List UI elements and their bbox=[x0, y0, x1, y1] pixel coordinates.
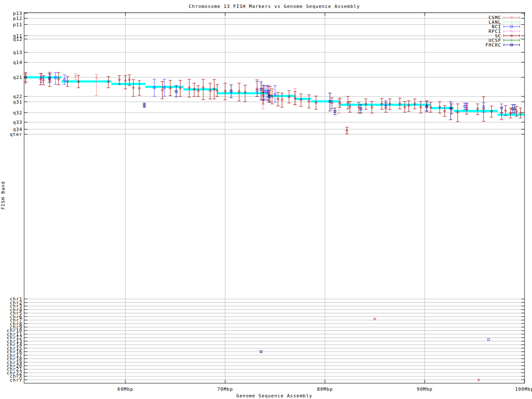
marker-dot bbox=[214, 89, 214, 89]
gridlines bbox=[24, 12, 525, 383]
marker-dot bbox=[269, 96, 269, 97]
marker-dot bbox=[510, 113, 511, 113]
marker-dot bbox=[421, 107, 421, 108]
marker-dot bbox=[108, 81, 108, 82]
marker-dot bbox=[289, 97, 289, 97]
marker-dot bbox=[164, 87, 165, 88]
marker-dot bbox=[316, 103, 316, 103]
marker-dot bbox=[409, 106, 409, 106]
marker-dot bbox=[203, 87, 203, 88]
marker-dot bbox=[58, 79, 59, 79]
marker-dot bbox=[301, 100, 301, 100]
marker-dot bbox=[350, 106, 350, 107]
marker-dot bbox=[225, 91, 225, 91]
marker-dot bbox=[170, 88, 170, 89]
marker-dot bbox=[512, 17, 512, 18]
tick-labels: p13p12p11q11q12q13q14q21q22q31q32q33q34q… bbox=[7, 11, 532, 392]
marker-dot bbox=[505, 111, 506, 111]
marker-dot bbox=[501, 113, 502, 113]
marker-dot bbox=[464, 106, 465, 106]
x-tick-label: 80Mbp bbox=[317, 387, 333, 392]
marker-dot bbox=[198, 91, 198, 91]
marker-dot bbox=[512, 36, 512, 36]
band-tick-label: q32 bbox=[13, 110, 22, 116]
marker-dot bbox=[133, 87, 133, 88]
marker-dot bbox=[309, 101, 309, 101]
band-tick-label: p12 bbox=[13, 16, 22, 21]
marker-dot bbox=[478, 108, 478, 109]
marker-dot bbox=[466, 108, 467, 109]
marker-dot bbox=[348, 103, 348, 103]
marker-dot bbox=[382, 103, 382, 104]
marker-dot bbox=[239, 91, 239, 92]
marker-dot bbox=[217, 91, 217, 91]
chr-tick-label: chrY bbox=[10, 377, 23, 383]
marker-dot bbox=[372, 107, 372, 108]
marker-dot bbox=[43, 80, 44, 80]
marker-dot bbox=[264, 91, 264, 91]
marker-dot bbox=[483, 108, 484, 109]
marker-dot bbox=[514, 108, 515, 109]
band-tick-label: q21 bbox=[13, 75, 22, 80]
marker-dot bbox=[491, 111, 492, 111]
marker-dot bbox=[154, 87, 155, 88]
band-tick-label: q33 bbox=[13, 120, 22, 125]
marker-dot bbox=[335, 111, 335, 111]
marker-dot bbox=[404, 107, 405, 108]
band-tick-label: qter bbox=[10, 132, 23, 137]
x-axis-title: Genome Sequence Assembly bbox=[236, 393, 313, 399]
marker-dot bbox=[257, 89, 257, 89]
marker-dot bbox=[488, 339, 489, 340]
band-tick-label: q22 bbox=[13, 94, 22, 99]
marker-dot bbox=[231, 91, 232, 91]
marker-dot bbox=[386, 107, 386, 108]
series-CSMC bbox=[49, 74, 341, 113]
band-tick-label: p11 bbox=[13, 22, 22, 27]
marker-dot bbox=[96, 77, 97, 78]
marker-dot bbox=[272, 96, 272, 97]
marker-dot bbox=[282, 100, 282, 100]
x-tick-label: 60Mbp bbox=[118, 387, 133, 392]
legend: CSMCLANLNCIRPCISCUCSFFHCRC bbox=[485, 15, 520, 48]
band-tick-label: q14 bbox=[13, 60, 22, 65]
band-tick-label: q13 bbox=[13, 50, 22, 55]
marker-dot bbox=[332, 103, 332, 103]
marker-dot bbox=[444, 111, 445, 111]
marker-dot bbox=[478, 380, 479, 380]
marker-dot bbox=[64, 79, 65, 80]
marker-dot bbox=[439, 107, 440, 108]
marker-dot bbox=[399, 103, 400, 104]
marker-dot bbox=[512, 108, 513, 109]
plot-frame bbox=[24, 12, 525, 383]
marker-dot bbox=[42, 77, 42, 78]
marker-dot bbox=[512, 27, 512, 27]
marker-dot bbox=[25, 78, 26, 78]
marker-dot bbox=[516, 111, 517, 111]
marker-dot bbox=[119, 79, 120, 80]
marker-dot bbox=[347, 131, 347, 131]
band-tick-label: q31 bbox=[13, 99, 22, 105]
marker-dot bbox=[512, 45, 512, 45]
marker-dot bbox=[426, 106, 427, 107]
marker-dot bbox=[210, 91, 210, 91]
marker-dot bbox=[189, 87, 190, 88]
fish-marker-chart: p13p12p11q11q12q13q14q21q22q31q32q33q34q… bbox=[0, 0, 532, 399]
marker-dot bbox=[359, 107, 359, 108]
marker-dot bbox=[340, 103, 340, 103]
marker-dot bbox=[125, 80, 126, 81]
x-tick-label: 70Mbp bbox=[217, 387, 233, 392]
marker-dot bbox=[330, 101, 330, 101]
legend-item-RPCI: RPCI bbox=[489, 29, 520, 34]
marker-dot bbox=[194, 89, 195, 89]
data-points bbox=[24, 72, 522, 381]
chart-title: Chromosome 13 FISH Markers vs Genome Seq… bbox=[189, 4, 360, 9]
marker-dot bbox=[261, 352, 261, 352]
marker-dot bbox=[67, 81, 68, 82]
y-axis-title: FISH Band bbox=[0, 181, 6, 210]
marker-dot bbox=[374, 319, 375, 319]
marker-dot bbox=[40, 79, 41, 79]
marker-dot bbox=[55, 77, 56, 78]
x-tick-label: 90Mbp bbox=[417, 387, 433, 392]
marker-dot bbox=[261, 89, 261, 89]
marker-dot bbox=[414, 103, 415, 104]
